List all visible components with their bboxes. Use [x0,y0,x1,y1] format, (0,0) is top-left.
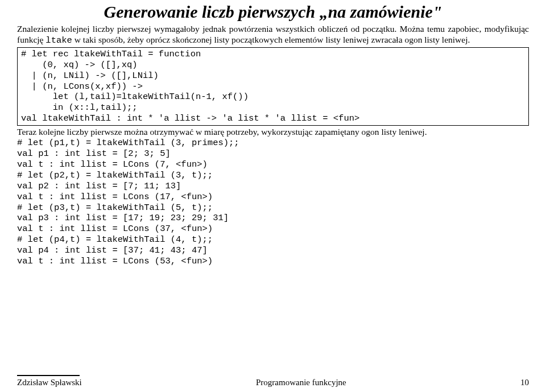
footer-rule [17,375,80,376]
footer-title: Programowanie funkcyjne [82,378,520,387]
code-block-session: # let (p1,t) = ltakeWithTail (3, primes)… [17,138,529,267]
code-block-definition: # let rec ltakeWithTail = function (0, x… [17,47,529,126]
mid-paragraph: Teraz kolejne liczby pierwsze można otrz… [17,127,529,138]
footer-author: Zdzisław Spławski [17,378,82,387]
footer-page-number: 10 [520,378,529,387]
intro-text-b: w taki sposób, żeby oprócz skończonej li… [72,35,470,44]
page-footer: Zdzisław Spławski Programowanie funkcyjn… [17,375,529,387]
page-title: Generowanie liczb pierwszych „na zamówie… [17,2,529,22]
inline-code-ltake: ltake [46,35,72,46]
intro-paragraph: Znalezienie kolejnej liczby pierwszej wy… [17,24,529,46]
